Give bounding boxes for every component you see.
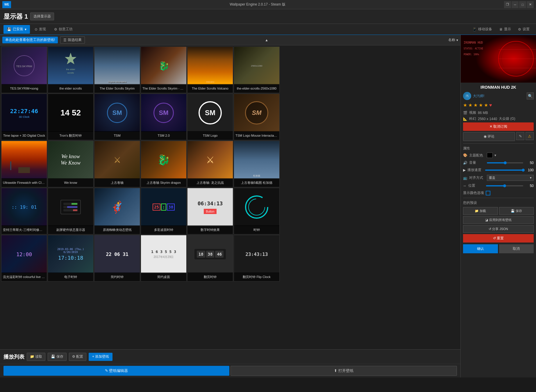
collapse-button[interactable]: ▲ bbox=[265, 38, 268, 42]
star-1: ★ bbox=[463, 102, 467, 108]
stars-row: ★ ★ ★ ★ ★ ♥ bbox=[463, 102, 534, 108]
minimize-button[interactable]: ─ bbox=[512, 1, 519, 8]
thumb-flipclock: 18 38 46 bbox=[187, 235, 233, 273]
properties-section: 属性 🎨 主题配色 ▾ 🔊 音量 50 ▶ bbox=[463, 143, 534, 195]
grid-item-label: 简约时钟 bbox=[94, 272, 140, 281]
tab-discover[interactable]: ⊙ 发现 bbox=[31, 25, 49, 34]
grid-item-elder-scrolls[interactable]: the elderscrolls the elder scrolls bbox=[48, 47, 94, 93]
grid-item-tsm[interactable]: SM TSM bbox=[94, 94, 140, 140]
thumb-firewatch bbox=[1, 141, 47, 179]
align-icon: 📺 bbox=[463, 176, 467, 180]
close-button[interactable]: ✕ bbox=[527, 1, 534, 8]
config-button[interactable]: ⚙ 配置 bbox=[69, 353, 86, 361]
filter-results-button[interactable]: ☰ 筛选结果 bbox=[60, 36, 85, 44]
load-preset-button[interactable]: 📁 加载 bbox=[463, 207, 498, 215]
maximize-button[interactable]: □ bbox=[519, 1, 526, 8]
grid-item-tron-clock[interactable]: 14 52 Tron's 翻页时钟 bbox=[48, 94, 94, 140]
grid-item-ironman[interactable]: 🦸 原画蜘蛛侠动态壁纸 bbox=[94, 188, 140, 234]
info-type-row: 🎬 视频 86 MB bbox=[463, 110, 534, 115]
author-name[interactable]: 大污师! bbox=[473, 94, 484, 99]
cancel-button[interactable]: 取消 bbox=[499, 244, 534, 253]
grid-item-dragon-4k[interactable]: 🐉 The Elder Scrolls Skyrim - TESV - Drag… bbox=[141, 47, 187, 93]
grid-item-flip2[interactable]: 23:43:13 翻页时钟 Flip Clock bbox=[234, 235, 280, 281]
grid-item-tsm2[interactable]: SM TSM 2.0 bbox=[141, 94, 187, 140]
grid-item-firewatch[interactable]: Ultrawide Firewatch with Clock bbox=[1, 141, 47, 187]
unsubscribe-button[interactable]: ✕ 取消订阅 bbox=[463, 122, 534, 131]
reset-button[interactable]: ↺ 重置 bbox=[463, 234, 534, 243]
grid-item-simpleclock[interactable]: 22 06 31 简约时钟 bbox=[94, 235, 140, 281]
presets-section: 您的预设 📁 加载 💾 保存 ◪ 应用到所有壁纸 ↺ 分享 JSON ↺ 重置 bbox=[463, 198, 534, 243]
grid-item-label: Ultrawide Firewatch with Clock bbox=[1, 178, 47, 187]
workshop-link-button[interactable]: 单击此处查看创意工坊的新壁纸! bbox=[2, 37, 58, 43]
grid-item-hardware[interactable]: 副屏硬件状态显示器 bbox=[48, 188, 94, 234]
star-4: ★ bbox=[479, 102, 483, 108]
grid-item-skyrim-dragon[interactable]: 🐉 上古卷轴 Skyrim dragon bbox=[141, 141, 187, 187]
volume-slider[interactable] bbox=[487, 162, 523, 163]
align-dropdown[interactable]: 覆盖 ▾ bbox=[487, 175, 534, 181]
display-button[interactable]: 🖥 显示 bbox=[496, 25, 514, 33]
installed-dropdown-icon: ▾ bbox=[25, 27, 26, 31]
color-option-checkbox[interactable] bbox=[486, 191, 490, 195]
grid-item-volcano[interactable]: Volcano The Elder Scrolls Volcano bbox=[187, 47, 233, 93]
grid-item-tes-skyrim-song[interactable]: TES:SKYRIM TES:SKYRIM+song bbox=[1, 47, 47, 93]
comment-button[interactable]: ◉ 评论 bbox=[463, 132, 515, 141]
read-button[interactable]: 📁 读取 bbox=[27, 353, 45, 361]
warn-icon-button[interactable]: ⚠ bbox=[526, 132, 534, 140]
installed-icon: 💾 bbox=[7, 27, 11, 31]
thumb-digitalclock: 06:34:13 Button bbox=[187, 188, 233, 226]
select-monitor-button[interactable]: 选择显示器 bbox=[30, 13, 54, 20]
save-preset-button[interactable]: 💾 保存 bbox=[499, 207, 534, 215]
grid-item-tsm-mouse[interactable]: SM TSM Logo Mouse Interactable bbox=[234, 94, 280, 140]
color-icon: 🎨 bbox=[463, 153, 467, 157]
confirm-cancel-row: 确认 取消 bbox=[463, 244, 534, 253]
tab-workshop[interactable]: ⚙ 创意工坊 bbox=[51, 25, 76, 34]
position-slider[interactable] bbox=[486, 185, 523, 186]
thumb-volcano: Volcano bbox=[187, 47, 233, 85]
color-picker[interactable] bbox=[487, 153, 493, 158]
thumb-hardware bbox=[48, 188, 93, 226]
grid-item-screenshot[interactable]: 松加德 上古卷轴5截图 松加德 bbox=[234, 141, 280, 187]
thumb-weknow: We knowWe Know bbox=[48, 141, 93, 179]
grid-item-elder2560[interactable]: 2560x1080 the-elder-scrolls-2560x1080 bbox=[234, 47, 280, 93]
speed-slider[interactable] bbox=[485, 170, 523, 171]
thumb-3dclock: 22:27:46 3D Clock bbox=[1, 94, 47, 132]
pin-button[interactable]: ❐ bbox=[504, 1, 511, 8]
apply-all-button[interactable]: ◪ 应用到所有壁纸 bbox=[463, 216, 534, 224]
grid-item-label: 上古卷轴: 龙之抗战 bbox=[187, 178, 233, 187]
grid-item-simpledesk[interactable]: 1 6 3 5 5 3 2017年4月29日 简约桌面 bbox=[141, 235, 187, 281]
search-author-button[interactable]: 🔍 bbox=[527, 92, 534, 99]
grid-item-atlantis[interactable]: :: 19: 01 亚特兰蒂斯火-三维时间修正3.1 bbox=[1, 188, 47, 234]
grid-item-digital-clock[interactable]: 06:34:13 Button 数字时钟效果 bbox=[187, 188, 233, 234]
confirm-button[interactable]: 确认 bbox=[463, 244, 498, 253]
sort-dropdown[interactable]: 名称 ▾ bbox=[448, 38, 458, 42]
grid-item-3d-clock[interactable]: 22:27:46 3D Clock Time lapse + 3D Digita… bbox=[1, 94, 47, 140]
grid-row-5: 12:00 流光溢彩时钟 colourful live clock 2019-0… bbox=[1, 235, 459, 281]
grid-item-colorlive[interactable]: 12:00 流光溢彩时钟 colourful live clock bbox=[1, 235, 47, 281]
tab-installed[interactable]: 💾 已安装 ▾ bbox=[3, 25, 30, 34]
grid-item-electroclock[interactable]: 2019-03-06 (Thu.) 6/20/2019 17:10:18 电子时… bbox=[48, 235, 94, 281]
top-right-buttons: 📱 移动设备 🖥 显示 ⚙ 设置 bbox=[469, 25, 533, 33]
favorite-button[interactable]: ♥ bbox=[489, 103, 492, 108]
edit-wallpaper-button[interactable]: ✎ 壁纸编辑器 bbox=[3, 366, 229, 376]
grid-item-skyrim[interactable]: Skyrim Mountains The Elder Scrolls Skyri… bbox=[94, 47, 140, 93]
grid-item-dragon-battle[interactable]: ⚔ 上古卷轴: 龙之抗战 bbox=[187, 141, 233, 187]
grid-item-gujuan[interactable]: ⚔ 上古卷轴 bbox=[94, 141, 140, 187]
save-playlist-button[interactable]: 💾 保存 bbox=[48, 353, 66, 361]
add-wallpaper-button[interactable]: + 添加壁纸 bbox=[89, 353, 112, 361]
prop-align-row: 📺 对齐方式 覆盖 ▾ bbox=[463, 175, 534, 181]
grid-item-weknow[interactable]: We knowWe Know We know bbox=[48, 141, 94, 187]
grid-item-flipclock[interactable]: 18 38 46 翻页时钟 bbox=[187, 235, 233, 281]
grid-item-circle-clock[interactable]: 时钟 bbox=[234, 188, 280, 234]
grid-item-tsmlogo[interactable]: SM TSM Logo bbox=[187, 94, 233, 140]
settings-button[interactable]: ⚙ 设置 bbox=[515, 25, 533, 33]
mobile-button[interactable]: 📱 移动设备 bbox=[469, 25, 495, 33]
svg-text:scrolls: scrolls bbox=[67, 72, 74, 74]
open-wallpaper-button[interactable]: ⬆ 打开壁纸 bbox=[231, 366, 457, 376]
grid-item-label: 时钟 bbox=[234, 225, 279, 234]
grid-item-colorful-clock[interactable]: 25 : 38 多彩桌面时钟 bbox=[141, 188, 187, 234]
share-json-button[interactable]: ↺ 分享 JSON bbox=[463, 225, 534, 233]
thumb-tes: TES:SKYRIM bbox=[1, 47, 47, 85]
discover-icon: ⊙ bbox=[35, 27, 37, 31]
edit-icon-button[interactable]: ✎ bbox=[516, 132, 524, 140]
star-5: ★ bbox=[484, 102, 488, 108]
